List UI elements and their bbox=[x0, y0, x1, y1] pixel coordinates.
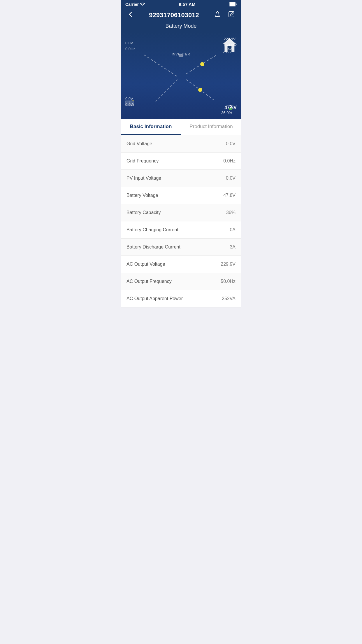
battery-status bbox=[229, 2, 237, 6]
svg-line-21 bbox=[156, 80, 178, 102]
info-value-8: 50.0Hz bbox=[221, 279, 236, 284]
info-value-0: 0.0V bbox=[226, 141, 236, 146]
svg-line-18 bbox=[144, 55, 178, 77]
info-value-9: 252VA bbox=[222, 296, 236, 301]
carrier-info: Carrier bbox=[125, 2, 145, 7]
info-value-6: 3A bbox=[230, 244, 236, 250]
status-bar: Carrier 9:57 AM bbox=[121, 0, 241, 8]
mode-label: Battery Mode bbox=[121, 22, 241, 32]
info-label-6: Battery Discharge Current bbox=[126, 244, 180, 250]
inverter-area: INVERTER AC bbox=[172, 52, 190, 56]
carrier-label: Carrier bbox=[125, 2, 139, 7]
tab-bar: Basic Information Product Information bbox=[121, 119, 241, 135]
svg-point-20 bbox=[200, 62, 204, 66]
energy-diagram: 0.0V 0.0Hz INVERTER AC LOAD bbox=[121, 32, 241, 119]
info-label-9: AC Output Apparent Power bbox=[126, 296, 183, 301]
info-value-7: 229.9V bbox=[221, 262, 236, 267]
inverter-icon: AC bbox=[172, 54, 190, 57]
wifi-icon bbox=[140, 2, 145, 6]
tab-product-information[interactable]: Product Information bbox=[181, 119, 241, 135]
battery-display-icon bbox=[224, 105, 237, 110]
svg-point-23 bbox=[198, 88, 202, 92]
info-value-1: 0.0Hz bbox=[223, 158, 236, 164]
info-value-5: 0A bbox=[230, 227, 236, 232]
bell-icon bbox=[214, 11, 221, 18]
info-label-8: AC Output Frequency bbox=[126, 279, 172, 284]
info-value-4: 36% bbox=[226, 210, 236, 215]
info-label-5: Battery Charging Current bbox=[126, 227, 178, 232]
svg-rect-31 bbox=[178, 55, 179, 55]
info-row-3: Battery Voltage47.8V bbox=[121, 187, 241, 204]
info-label-2: PV Input Voltage bbox=[126, 176, 161, 181]
load-house-icon: LOAD bbox=[222, 36, 237, 53]
battery-area: 47.8V bbox=[224, 105, 237, 110]
grid-info: 0.0V 0.0Hz bbox=[125, 40, 135, 52]
info-label-3: Battery Voltage bbox=[126, 193, 158, 198]
info-label-7: AC Output Voltage bbox=[126, 262, 165, 267]
info-label-1: Grid Frequency bbox=[126, 158, 159, 164]
time-display: 9:57 AM bbox=[179, 2, 195, 7]
back-button[interactable] bbox=[125, 11, 136, 19]
svg-text:AC: AC bbox=[182, 55, 182, 56]
edit-icon bbox=[228, 11, 235, 18]
info-label-0: Grid Voltage bbox=[126, 141, 152, 146]
svg-rect-41 bbox=[230, 105, 231, 106]
battery-icon bbox=[229, 2, 237, 6]
info-row-6: Battery Discharge Current3A bbox=[121, 239, 241, 256]
solar-panel-icon bbox=[125, 97, 134, 108]
info-value-2: 0.0V bbox=[226, 176, 236, 181]
info-row-4: Battery Capacity36% bbox=[121, 204, 241, 221]
info-row-2: PV Input Voltage0.0V bbox=[121, 170, 241, 187]
svg-rect-4 bbox=[229, 12, 234, 17]
bell-button[interactable] bbox=[212, 11, 223, 20]
info-row-8: AC Output Frequency50.0Hz bbox=[121, 273, 241, 290]
info-value-3: 47.8V bbox=[223, 193, 236, 198]
basic-info-list: Grid Voltage0.0VGrid Frequency0.0HzPV In… bbox=[121, 135, 241, 307]
page-header: 92931706103012 bbox=[121, 8, 241, 22]
svg-point-0 bbox=[142, 6, 143, 6]
solar-info: 0.0V 0.0W bbox=[125, 96, 134, 107]
svg-text:LOAD: LOAD bbox=[227, 48, 232, 50]
info-row-1: Grid Frequency0.0Hz bbox=[121, 153, 241, 170]
grid-frequency-display: 0.0Hz bbox=[125, 46, 135, 52]
svg-point-39 bbox=[132, 100, 134, 101]
tab-basic-information[interactable]: Basic Information bbox=[121, 119, 181, 135]
info-label-4: Battery Capacity bbox=[126, 210, 161, 215]
svg-rect-32 bbox=[183, 55, 184, 55]
grid-voltage-display: 0.0V bbox=[125, 40, 135, 46]
battery-percent: 36.0% bbox=[221, 111, 232, 115]
load-info: LOAD 229.9V 160.0W 5.0% bbox=[222, 36, 237, 53]
device-id: 92931706103012 bbox=[136, 11, 212, 19]
info-row-5: Battery Charging Current0A bbox=[121, 221, 241, 239]
info-row-9: AC Output Apparent Power252VA bbox=[121, 290, 241, 307]
info-row-7: AC Output Voltage229.9V bbox=[121, 256, 241, 273]
info-row-0: Grid Voltage0.0V bbox=[121, 135, 241, 153]
svg-rect-3 bbox=[236, 4, 237, 5]
svg-rect-2 bbox=[229, 3, 235, 6]
edit-button[interactable] bbox=[226, 11, 237, 20]
